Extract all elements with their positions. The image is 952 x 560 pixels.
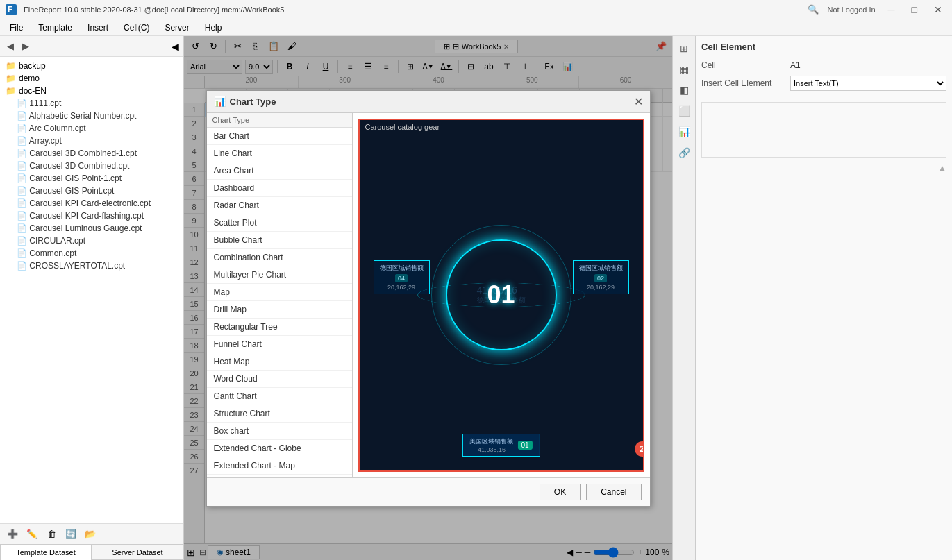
modal-title-bar: 📊 Chart Type ✕ bbox=[207, 91, 650, 113]
chart-item-dashboard[interactable]: Dashboard bbox=[207, 180, 352, 197]
sidebar-file-carouselluminous[interactable]: 📄 Carousel Luminous Gauge.cpt bbox=[0, 222, 183, 235]
folder-button[interactable]: 📂 bbox=[82, 527, 99, 542]
chart-item-label-box: Box chart bbox=[214, 426, 249, 436]
chart-item-box[interactable]: Box chart bbox=[207, 423, 352, 440]
chart-item-gantt[interactable]: Gantt Chart bbox=[207, 388, 352, 405]
chart-item-label-area: Area Chart bbox=[214, 166, 254, 176]
cancel-button[interactable]: Cancel bbox=[586, 484, 641, 500]
sidebar-file-circular[interactable]: 📄 CIRCULAR.cpt bbox=[0, 235, 183, 247]
sidebar-file-carouselgis1[interactable]: 📄 Carousel GIS Point-1.cpt bbox=[0, 172, 183, 185]
chart-item-rect-tree[interactable]: Rectangular Tree bbox=[207, 319, 352, 336]
collapse-icon[interactable]: ◀ bbox=[172, 41, 179, 52]
tab-template-dataset[interactable]: Template Dataset bbox=[0, 545, 92, 560]
rv-cell-icon[interactable]: ▦ bbox=[674, 60, 694, 79]
carousel-left-label: 德国区域销售额 04 20,162,29 bbox=[374, 260, 430, 294]
right-scroll-up[interactable]: ▲ bbox=[938, 163, 946, 173]
center-area: ↺ ↻ ✂ ⎘ 📋 🖌 ⊞ ⊞ WorkBook5 ✕ 📌 Arial bbox=[184, 36, 672, 560]
sidebar-file-carousel3d-1[interactable]: 📄 Carousel 3D Combined-1.cpt bbox=[0, 147, 183, 160]
chart-item-label-wordcloud: Word Cloud bbox=[214, 374, 258, 384]
menu-insert[interactable]: Insert bbox=[81, 22, 115, 34]
chart-item-multilayer[interactable]: Multilayer Pie Chart bbox=[207, 266, 352, 284]
sidebar-file-common[interactable]: 📄 Common.cpt bbox=[0, 247, 183, 260]
folder-label-doc-en: doc-EN bbox=[19, 86, 47, 96]
close-button[interactable]: ✕ bbox=[930, 3, 946, 17]
chart-type-list: Bar Chart Line Chart Area Chart Dashboar… bbox=[207, 128, 352, 477]
sidebar-item-doc-en[interactable]: 📁 doc-EN bbox=[0, 85, 183, 97]
rv-component-icon[interactable]: ◧ bbox=[674, 80, 694, 100]
maximize-button[interactable]: □ bbox=[908, 3, 921, 17]
rv-grid-icon[interactable]: ⊞ bbox=[674, 39, 694, 58]
menu-file[interactable]: File bbox=[3, 22, 30, 34]
modal-title: Chart Type bbox=[230, 96, 276, 107]
menu-template[interactable]: Template bbox=[31, 22, 79, 34]
chart-item-wordcloud[interactable]: Word Cloud bbox=[207, 371, 352, 388]
sidebar-file-crosslayer[interactable]: 📄 CROSSLAYERTOTAL.cpt bbox=[0, 260, 183, 272]
chart-item-label-bar: Bar Chart bbox=[214, 131, 249, 141]
modal-preview: Carousel catalog gear 41035,16 德国区域销售额 德… bbox=[353, 113, 650, 477]
menu-help[interactable]: Help bbox=[198, 22, 229, 34]
main-layout: ◀ ▶ ◀ 📁 backup 📁 demo 📁 doc-EN 📄 1111.cp… bbox=[0, 36, 952, 560]
rv-link-icon[interactable]: 🔗 bbox=[674, 143, 694, 162]
add-button[interactable]: ➕ bbox=[4, 527, 21, 542]
sidebar-item-backup[interactable]: 📁 backup bbox=[0, 60, 183, 72]
sidebar-file-carouselgis[interactable]: 📄 Carousel GIS Point.cpt bbox=[0, 185, 183, 197]
search-icon[interactable]: 🔍 bbox=[808, 4, 819, 15]
chart-item-combination[interactable]: Combination Chart bbox=[207, 249, 352, 266]
chart-item-area[interactable]: Area Chart bbox=[207, 162, 352, 180]
right-panel: Cell Element Cell A1 Insert Cell Element… bbox=[695, 36, 952, 560]
menu-cell[interactable]: Cell(C) bbox=[117, 22, 156, 34]
sidebar-item-demo[interactable]: 📁 demo bbox=[0, 72, 183, 85]
menu-server[interactable]: Server bbox=[158, 22, 196, 34]
right-panel-title: Cell Element bbox=[701, 42, 946, 52]
chart-item-ext-globe[interactable]: Extended Chart - Globe bbox=[207, 440, 352, 457]
delete-button[interactable]: 🗑 bbox=[43, 527, 60, 542]
chart-item-label-drillmap: Drill Map bbox=[214, 305, 247, 314]
carousel-bottom-badge: 01 bbox=[517, 441, 532, 450]
sidebar-file-alphabetic[interactable]: 📄 Alphabetic Serial Number.cpt bbox=[0, 110, 183, 122]
chart-item-scatter[interactable]: Scatter Plot bbox=[207, 214, 352, 232]
title-bar: F FineReport 10.0 stable 2020-08-31 @doc… bbox=[0, 0, 952, 19]
chart-item-radar[interactable]: Radar Chart bbox=[207, 197, 352, 214]
carousel-right-label: 德国区域销售额 02 20,162,29 bbox=[573, 260, 629, 294]
chart-item-funnel[interactable]: Funnel Chart bbox=[207, 336, 352, 353]
not-logged-in: Not Logged In bbox=[827, 6, 875, 14]
sidebar-file-arc[interactable]: 📄 Arc Column.cpt bbox=[0, 122, 183, 135]
chart-item-label-map: Map bbox=[214, 287, 230, 297]
insert-cell-element-label: Insert Cell Element bbox=[701, 78, 785, 88]
sidebar-file-1111[interactable]: 📄 1111.cpt bbox=[0, 97, 183, 110]
dataset-tabs: Template Dataset Server Dataset bbox=[0, 544, 183, 560]
chart-item-label-structure: Structure Chart bbox=[214, 409, 270, 418]
sidebar-file-array[interactable]: 📄 Array.cpt bbox=[0, 135, 183, 147]
rv-frame-icon[interactable]: ⬜ bbox=[674, 101, 694, 121]
chart-item-drillmap[interactable]: Drill Map bbox=[207, 301, 352, 319]
rv-chart-icon[interactable]: 📊 bbox=[674, 122, 694, 142]
modal-close-button[interactable]: ✕ bbox=[634, 95, 643, 108]
refresh-button[interactable]: 🔄 bbox=[62, 527, 79, 542]
chart-item-heatmap[interactable]: Heat Map bbox=[207, 353, 352, 371]
sidebar-file-carouselkpi-flash[interactable]: 📄 Carousel KPI Card-flashing.cpt bbox=[0, 210, 183, 222]
ok-button[interactable]: OK bbox=[540, 484, 581, 500]
insert-cell-element-select[interactable]: Insert Text(T) bbox=[790, 76, 946, 91]
chart-item-structure[interactable]: Structure Chart bbox=[207, 405, 352, 423]
tab-server-dataset[interactable]: Server Dataset bbox=[92, 545, 183, 560]
nav-forward[interactable]: ▶ bbox=[19, 40, 32, 52]
chart-type-modal: 📊 Chart Type ✕ Chart Type Bar Chart bbox=[206, 90, 651, 507]
sidebar-file-carousel3d[interactable]: 📄 Carousel 3D Combined.cpt bbox=[0, 160, 183, 172]
right-panel-scroll: ▲ bbox=[701, 163, 946, 173]
title-bar-left: F FineReport 10.0 stable 2020-08-31 @doc… bbox=[6, 4, 284, 15]
menu-bar: File Template Insert Cell(C) Server Help bbox=[0, 19, 952, 36]
chart-item-label-radar: Radar Chart bbox=[214, 201, 259, 210]
cell-preview-area bbox=[701, 102, 946, 158]
carousel-bottom-label: 美国区域销售额 41,035,16 01 bbox=[462, 434, 540, 457]
edit-button[interactable]: ✏️ bbox=[24, 527, 40, 542]
minimize-button[interactable]: ─ bbox=[884, 3, 899, 17]
nav-back[interactable]: ◀ bbox=[4, 40, 17, 52]
chart-item-line[interactable]: Line Chart bbox=[207, 145, 352, 162]
sidebar-file-carouselkpi-elec[interactable]: 📄 Carousel KPI Card-electronic.cpt bbox=[0, 197, 183, 210]
chart-item-map[interactable]: Map bbox=[207, 284, 352, 301]
chart-item-bar[interactable]: Bar Chart bbox=[207, 128, 352, 145]
chart-item-bubble[interactable]: Bubble Chart bbox=[207, 232, 352, 249]
chart-item-label-multilayer: Multilayer Pie Chart bbox=[214, 270, 287, 280]
chart-item-ext-map[interactable]: Extended Chart - Map bbox=[207, 457, 352, 475]
right-side: ⊞ ▦ ◧ ⬜ 📊 🔗 Cell Element Cell A1 Insert … bbox=[672, 36, 952, 560]
